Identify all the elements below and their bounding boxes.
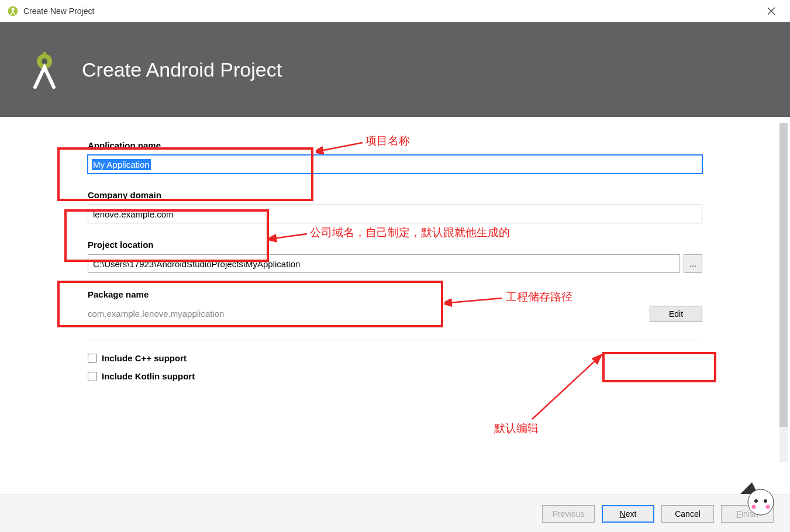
cancel-button[interactable]: Cancel xyxy=(661,505,714,523)
wizard-header: Create Android Project xyxy=(0,22,790,117)
svg-point-13 xyxy=(766,505,770,509)
previous-button[interactable]: Previous xyxy=(542,505,595,523)
kotlin-support-row: Include Kotlin support xyxy=(88,371,702,381)
scrollbar[interactable] xyxy=(779,123,788,462)
cpp-support-row: Include C++ support xyxy=(88,353,702,363)
cpp-support-checkbox[interactable] xyxy=(88,354,97,363)
svg-rect-4 xyxy=(43,52,46,57)
watermark-icon xyxy=(737,478,778,520)
kotlin-support-checkbox[interactable] xyxy=(88,372,97,381)
divider xyxy=(88,340,702,340)
package-name-value: com.example.lenove.myapplication xyxy=(88,304,650,323)
cpp-support-label: Include C++ support xyxy=(102,353,187,363)
wizard-content: Application name My Application Company … xyxy=(0,117,790,401)
application-name-group: Application name My Application xyxy=(88,140,702,174)
project-location-label: Project location xyxy=(88,240,702,250)
package-name-label: Package name xyxy=(88,289,702,299)
svg-point-11 xyxy=(764,499,767,503)
company-domain-group: Company domain xyxy=(88,190,702,223)
application-name-input[interactable]: My Application xyxy=(88,155,702,174)
company-domain-label: Company domain xyxy=(88,190,702,200)
svg-point-12 xyxy=(752,505,756,509)
wizard-footer: Previous Next Cancel Finish xyxy=(0,495,790,532)
application-name-label: Application name xyxy=(88,140,702,150)
svg-point-10 xyxy=(754,499,758,503)
package-name-group: Package name com.example.lenove.myapplic… xyxy=(88,289,702,323)
wizard-title: Create Android Project xyxy=(82,58,282,81)
next-button[interactable]: Next xyxy=(602,505,654,523)
edit-button[interactable]: Edit xyxy=(650,306,702,322)
app-icon xyxy=(7,5,19,17)
close-button[interactable] xyxy=(760,2,783,20)
company-domain-input[interactable] xyxy=(88,205,702,223)
project-location-input[interactable] xyxy=(88,254,680,273)
browse-button[interactable]: ... xyxy=(684,254,702,273)
annotation-text-edit: 默认编辑 xyxy=(494,421,539,436)
project-location-group: Project location ... xyxy=(88,240,702,273)
titlebar: Create New Project xyxy=(0,0,790,22)
svg-point-9 xyxy=(748,489,774,515)
android-studio-logo-icon xyxy=(23,49,65,91)
kotlin-support-label: Include Kotlin support xyxy=(102,371,195,381)
window-title: Create New Project xyxy=(23,6,94,16)
scrollbar-thumb[interactable] xyxy=(779,123,788,427)
